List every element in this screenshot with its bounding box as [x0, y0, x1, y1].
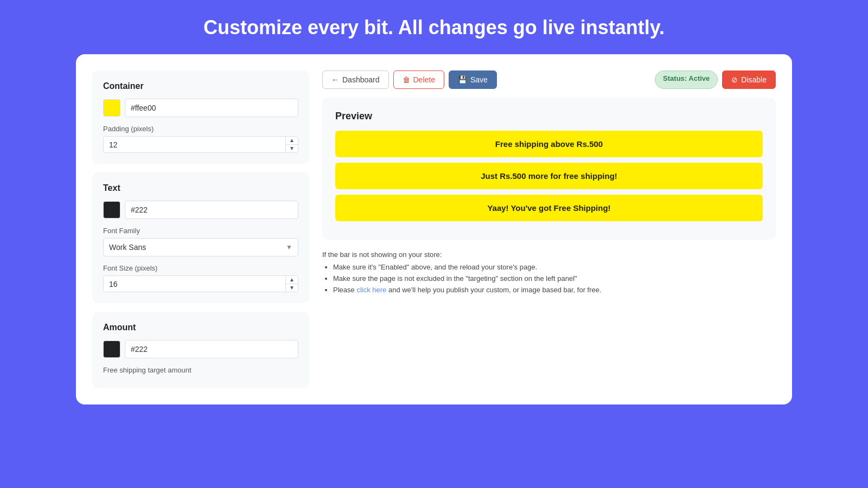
free-shipping-label: Free shipping target amount: [103, 366, 298, 374]
font-size-increment-btn[interactable]: ▲: [286, 276, 298, 284]
font-family-label: Font Family: [103, 227, 298, 235]
font-size-stepper-btns: ▲ ▼: [285, 276, 298, 292]
save-button[interactable]: 💾 Save: [449, 70, 497, 89]
container-color-swatch[interactable]: [103, 99, 120, 117]
toolbar: ← Dashboard 🗑 Delete 💾 Save Status: Acti…: [322, 70, 776, 89]
status-badge: Status: Active: [655, 70, 718, 89]
info-item-3-prefix: Please: [333, 286, 356, 294]
preview-card: Preview Free shipping above Rs.500 Just …: [322, 98, 776, 240]
preview-bar-3: Yaay! You've got Free Shipping!: [335, 195, 763, 221]
right-panel: ← Dashboard 🗑 Delete 💾 Save Status: Acti…: [322, 70, 776, 388]
text-color-row: [103, 201, 298, 219]
info-item-2: Make sure the page is not excluded in th…: [333, 274, 776, 282]
arrow-left-icon: ←: [331, 75, 339, 84]
delete-button[interactable]: 🗑 Delete: [393, 70, 444, 89]
padding-label: Padding (pixels): [103, 125, 298, 133]
dashboard-button[interactable]: ← Dashboard: [322, 70, 389, 89]
left-panel: Container Padding (pixels) ▲ ▼ Text Font: [92, 70, 309, 388]
container-section-title: Container: [103, 81, 298, 91]
amount-color-row: [103, 340, 298, 358]
padding-decrement-btn[interactable]: ▼: [286, 145, 298, 152]
text-color-swatch[interactable]: [103, 201, 120, 219]
preview-title: Preview: [335, 111, 763, 122]
save-icon: 💾: [458, 75, 467, 84]
disable-icon: ⊘: [731, 75, 738, 84]
amount-color-swatch[interactable]: [103, 341, 120, 358]
container-color-input[interactable]: [125, 99, 298, 117]
delete-label: Delete: [413, 75, 435, 84]
click-here-link[interactable]: click here: [356, 286, 386, 294]
font-family-select-row: Work Sans Arial Roboto ▼: [103, 238, 298, 256]
disable-label: Disable: [741, 75, 767, 84]
preview-bar-2: Just Rs.500 more for free shipping!: [335, 163, 763, 189]
amount-section: Amount Free shipping target amount: [92, 312, 309, 388]
font-size-decrement-btn[interactable]: ▼: [286, 284, 298, 292]
toolbar-right: Status: Active ⊘ Disable: [655, 70, 776, 89]
font-size-stepper: ▲ ▼: [103, 275, 298, 292]
font-size-input[interactable]: [104, 276, 285, 292]
font-family-select[interactable]: Work Sans Arial Roboto: [104, 239, 280, 256]
text-color-input[interactable]: [125, 201, 298, 219]
info-item-1: Make sure it's "Enabled" above, and the …: [333, 263, 776, 271]
text-section: Text Font Family Work Sans Arial Roboto …: [92, 172, 309, 303]
info-heading: If the bar is not showing on your store:: [322, 251, 776, 259]
padding-input[interactable]: [104, 137, 285, 152]
amount-color-input[interactable]: [125, 340, 298, 358]
amount-section-title: Amount: [103, 323, 298, 332]
font-family-chevron-icon: ▼: [280, 243, 298, 251]
padding-stepper: ▲ ▼: [103, 136, 298, 153]
save-label: Save: [470, 75, 488, 84]
page-headline: Customize every bit. All changes go live…: [203, 16, 665, 39]
info-item-3: Please click here and we'll help you pub…: [333, 286, 776, 294]
trash-icon: 🗑: [403, 75, 410, 84]
dashboard-label: Dashboard: [342, 75, 380, 84]
info-item-3-suffix: and we'll help you publish your custom, …: [388, 286, 602, 294]
font-size-label: Font Size (pixels): [103, 264, 298, 272]
preview-bar-1: Free shipping above Rs.500: [335, 131, 763, 157]
disable-button[interactable]: ⊘ Disable: [722, 70, 776, 89]
info-section: If the bar is not showing on your store:…: [322, 248, 776, 299]
padding-stepper-btns: ▲ ▼: [285, 137, 298, 152]
text-section-title: Text: [103, 183, 298, 193]
padding-increment-btn[interactable]: ▲: [286, 137, 298, 145]
main-card: Container Padding (pixels) ▲ ▼ Text Font: [76, 54, 792, 404]
container-section: Container Padding (pixels) ▲ ▼: [92, 70, 309, 164]
info-list: Make sure it's "Enabled" above, and the …: [322, 263, 776, 294]
container-color-row: [103, 99, 298, 117]
